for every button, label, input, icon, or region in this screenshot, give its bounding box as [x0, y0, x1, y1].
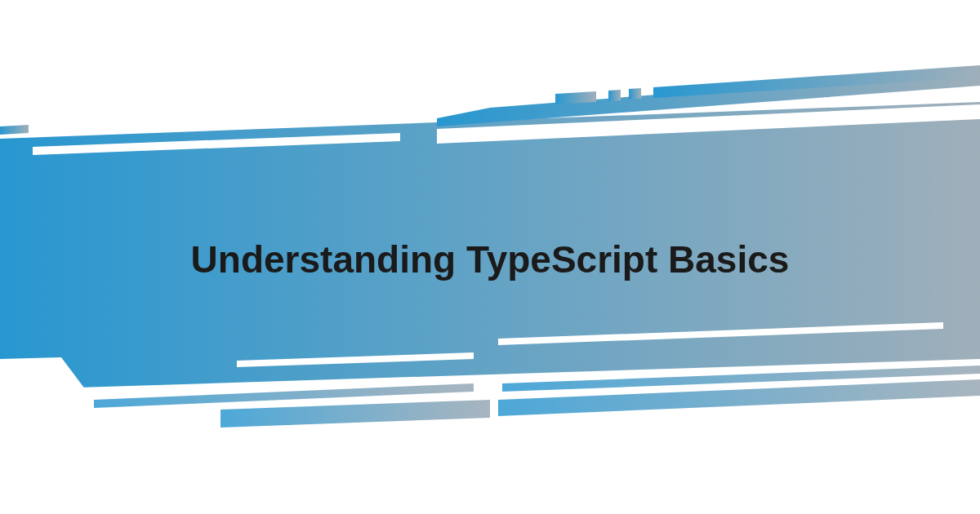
svg-marker-12	[220, 400, 490, 428]
svg-marker-15	[0, 125, 29, 135]
page-title: Understanding TypeScript Basics	[0, 237, 980, 281]
svg-marker-4	[608, 90, 621, 101]
svg-marker-5	[629, 88, 641, 100]
